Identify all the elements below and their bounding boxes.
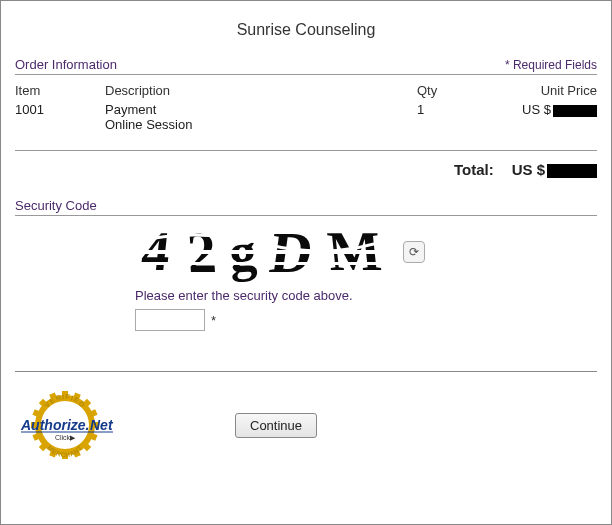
- svg-rect-5: [140, 250, 390, 254]
- col-header-unit-price: Unit Price: [477, 83, 597, 98]
- security-code-header: Security Code: [15, 198, 597, 216]
- total-prefix: US $: [512, 161, 545, 178]
- captcha-input[interactable]: [135, 309, 205, 331]
- total-value: US $: [512, 161, 597, 178]
- cell-item: 1001: [15, 102, 105, 132]
- captcha-refresh-button[interactable]: ⟳: [403, 241, 425, 263]
- order-info-label: Order Information: [15, 57, 117, 72]
- captcha-image: 4 2 g D M: [135, 222, 395, 282]
- col-header-description: Description: [105, 83, 417, 98]
- required-fields-label: * Required Fields: [505, 58, 597, 72]
- footer: VERIFIED MERCHANT Authorize. Net Click▶ …: [15, 384, 597, 460]
- authorize-net-seal[interactable]: VERIFIED MERCHANT Authorize. Net Click▶: [15, 390, 115, 460]
- seal-click-text: Click▶: [55, 434, 76, 441]
- cell-description-main: Payment: [105, 102, 417, 117]
- table-row: 1001 Payment Online Session 1 US $: [15, 102, 597, 132]
- total-row: Total: US $: [15, 161, 597, 178]
- merchant-title: Sunrise Counseling: [15, 21, 597, 39]
- captcha-area: 4 2 g D M ⟳ Please enter the security co…: [15, 222, 597, 331]
- order-table-header: Item Description Qty Unit Price: [15, 83, 597, 98]
- cell-unit-price: US $: [477, 102, 597, 132]
- refresh-icon: ⟳: [409, 245, 419, 259]
- continue-button[interactable]: Continue: [235, 413, 317, 438]
- total-label: Total:: [454, 161, 494, 178]
- svg-rect-6: [140, 262, 390, 265]
- captcha-row: 4 2 g D M ⟳: [135, 222, 597, 282]
- cell-description: Payment Online Session: [105, 102, 417, 132]
- captcha-input-row: *: [135, 309, 597, 331]
- divider: [15, 150, 597, 151]
- cell-qty: 1: [417, 102, 477, 132]
- captcha-instruction: Please enter the security code above.: [135, 288, 597, 303]
- redacted-price: [553, 105, 597, 117]
- seal-brand-suffix: Net: [90, 417, 114, 433]
- order-info-header: Order Information * Required Fields: [15, 57, 597, 75]
- payment-page: Sunrise Counseling Order Information * R…: [0, 0, 612, 525]
- col-header-item: Item: [15, 83, 105, 98]
- seal-brand-main: Authorize.: [20, 417, 89, 433]
- redacted-total: [547, 164, 597, 178]
- required-marker: *: [211, 313, 216, 328]
- col-header-qty: Qty: [417, 83, 477, 98]
- cell-price-prefix: US $: [522, 102, 551, 117]
- order-table: Item Description Qty Unit Price 1001 Pay…: [15, 83, 597, 132]
- divider: [15, 371, 597, 372]
- cell-description-sub: Online Session: [105, 117, 417, 132]
